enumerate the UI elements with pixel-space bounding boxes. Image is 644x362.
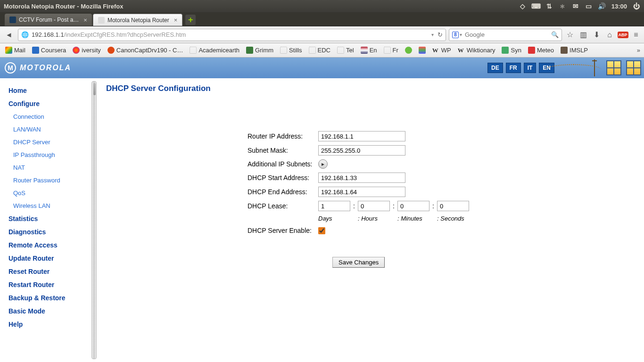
bookmark-mail[interactable]: Mail bbox=[4, 46, 27, 55]
router-header: MOTOROLA DE FR IT EN bbox=[0, 58, 644, 78]
language-switcher: DE FR IT EN bbox=[487, 63, 554, 73]
mail-icon[interactable]: ✉ bbox=[572, 2, 579, 10]
label-end: DHCP End Address: bbox=[248, 188, 318, 196]
map-icon bbox=[419, 47, 426, 54]
checkbox-dhcp-enable[interactable] bbox=[318, 227, 325, 234]
clock[interactable]: 13:00 bbox=[611, 3, 627, 10]
input-lease-hours[interactable] bbox=[358, 201, 390, 211]
tab-cctv[interactable]: CCTV Forum - Post a… × bbox=[5, 14, 92, 26]
close-icon[interactable]: × bbox=[174, 16, 178, 24]
nav-remote[interactable]: Remote Access bbox=[8, 239, 97, 252]
bluetooth-icon[interactable]: ∗ bbox=[559, 2, 566, 10]
system-tray: ◇ ⌨ ⇅ ∗ ✉ ▭ 🔊 13:00 ⏻ bbox=[519, 2, 640, 10]
globe-icon: 🌐 bbox=[21, 31, 29, 38]
motorola-logo[interactable]: MOTOROLA bbox=[5, 62, 71, 74]
input-subnet-mask[interactable] bbox=[318, 145, 405, 156]
tab-router[interactable]: Motorola Netopia Router × bbox=[93, 14, 182, 26]
bookmark-iversity[interactable]: iversity bbox=[71, 46, 102, 55]
adblock-icon[interactable]: ABP bbox=[618, 30, 628, 40]
lang-it[interactable]: IT bbox=[524, 63, 537, 73]
nav-qos[interactable]: QoS bbox=[8, 187, 97, 199]
power-icon[interactable]: ⏻ bbox=[633, 2, 640, 10]
downloads-icon[interactable]: ⬇ bbox=[591, 30, 602, 40]
nav-rpass[interactable]: Router Password bbox=[8, 174, 97, 187]
page-icon bbox=[384, 47, 391, 54]
nav-statistics[interactable]: Statistics bbox=[8, 212, 97, 225]
bookmark-academicearth[interactable]: Academicearth bbox=[188, 46, 241, 55]
lang-de[interactable]: DE bbox=[487, 63, 503, 73]
bookmark-eco[interactable] bbox=[404, 46, 413, 55]
colon: : bbox=[390, 202, 397, 210]
input-router-ip[interactable] bbox=[318, 131, 405, 141]
bookmarks-overflow-icon[interactable]: » bbox=[637, 47, 640, 54]
dhcp-form: Router IP Address: Subnet Mask: Addition… bbox=[248, 131, 635, 268]
favicon-icon bbox=[98, 17, 105, 24]
nav-dhcp[interactable]: DHCP Server bbox=[8, 136, 97, 148]
bookmark-en[interactable]: En bbox=[359, 46, 379, 55]
bookmark-syn[interactable]: Syn bbox=[500, 46, 522, 55]
menu-icon[interactable]: ≡ bbox=[631, 30, 641, 40]
bookmark-canon[interactable]: CanonCaptDrv190 - C… bbox=[106, 46, 185, 55]
nav-reset[interactable]: Reset Router bbox=[8, 265, 97, 278]
input-lease-seconds[interactable] bbox=[437, 201, 469, 211]
search-input[interactable] bbox=[465, 31, 551, 38]
bookmark-meteo[interactable]: Meteo bbox=[527, 46, 555, 55]
nav-ippass[interactable]: IP Passthrough bbox=[8, 148, 97, 161]
battery-icon[interactable]: ▭ bbox=[585, 2, 593, 10]
lang-fr[interactable]: FR bbox=[506, 63, 521, 73]
bookmark-wiktionary[interactable]: WWiktionary bbox=[456, 46, 497, 55]
bookmark-tel[interactable]: Tel bbox=[336, 46, 355, 55]
reload-icon[interactable]: ↻ bbox=[438, 31, 443, 38]
input-dhcp-start[interactable] bbox=[318, 173, 405, 183]
dropbox-icon[interactable]: ◇ bbox=[519, 2, 527, 10]
nav-nat[interactable]: NAT bbox=[8, 161, 97, 174]
window-pane-icon bbox=[626, 60, 641, 75]
back-button[interactable]: ◄ bbox=[3, 29, 15, 41]
nav-wlan[interactable]: Wireless LAN bbox=[8, 199, 97, 212]
bookmark-stills[interactable]: Stills bbox=[279, 46, 303, 55]
gmail-icon bbox=[5, 47, 12, 54]
subnets-arrow-button[interactable]: ▸ bbox=[318, 159, 328, 169]
nav-connection[interactable]: Connection bbox=[8, 110, 97, 123]
chevron-down-icon[interactable]: ▾ bbox=[431, 32, 434, 37]
bookmark-grimm[interactable]: Grimm bbox=[245, 46, 275, 55]
save-button[interactable]: Save Changes bbox=[332, 257, 385, 268]
keyboard-icon[interactable]: ⌨ bbox=[532, 2, 540, 10]
chevron-down-icon[interactable]: ▾ bbox=[460, 32, 462, 37]
address-bar[interactable]: 🌐 192.168.1.1 /indexExptCfgRES.htm?dhcpS… bbox=[18, 29, 446, 41]
input-dhcp-end[interactable] bbox=[318, 187, 405, 197]
unit-seconds: : Seconds bbox=[437, 215, 464, 222]
bookmark-wp[interactable]: WWP bbox=[431, 46, 453, 55]
bookmark-star-icon[interactable]: ☆ bbox=[565, 30, 575, 40]
bookmark-edc[interactable]: EDC bbox=[307, 46, 332, 55]
page-icon bbox=[337, 47, 344, 54]
search-box[interactable]: 8 ▾ 🔍 bbox=[449, 29, 562, 41]
header-decoration bbox=[587, 59, 641, 76]
nav-help[interactable]: Help bbox=[8, 318, 97, 331]
bookmark-map[interactable] bbox=[417, 46, 427, 55]
input-lease-minutes[interactable] bbox=[397, 201, 429, 211]
nav-basic[interactable]: Basic Mode bbox=[8, 304, 97, 318]
nav-home[interactable]: Home bbox=[8, 84, 97, 97]
input-lease-days[interactable] bbox=[318, 201, 350, 211]
search-icon[interactable]: 🔍 bbox=[551, 31, 559, 38]
bookmark-coursera[interactable]: Coursera bbox=[31, 46, 67, 55]
nav-update[interactable]: Update Router bbox=[8, 252, 97, 265]
nav-restart[interactable]: Restart Router bbox=[8, 278, 97, 291]
bookmark-imslp[interactable]: IMSLP bbox=[559, 46, 589, 55]
new-tab-button[interactable]: + bbox=[185, 15, 196, 25]
network-icon[interactable]: ⇅ bbox=[545, 2, 553, 10]
library-icon[interactable]: ▥ bbox=[578, 30, 588, 40]
nav-backup[interactable]: Backup & Restore bbox=[8, 291, 97, 304]
colon: : bbox=[429, 202, 437, 210]
nav-diagnostics[interactable]: Diagnostics bbox=[8, 225, 97, 239]
sidebar: Home Configure Connection LAN/WAN DHCP S… bbox=[0, 78, 97, 362]
volume-icon[interactable]: 🔊 bbox=[598, 2, 606, 10]
router-body: Home Configure Connection LAN/WAN DHCP S… bbox=[0, 78, 644, 362]
nav-lanwan[interactable]: LAN/WAN bbox=[8, 123, 97, 136]
bookmark-fr[interactable]: Fr bbox=[382, 46, 400, 55]
close-icon[interactable]: × bbox=[83, 16, 87, 24]
content: DHCP Server Configuration Router IP Addr… bbox=[97, 78, 644, 362]
home-icon[interactable]: ⌂ bbox=[604, 30, 615, 40]
nav-configure[interactable]: Configure bbox=[8, 97, 97, 110]
